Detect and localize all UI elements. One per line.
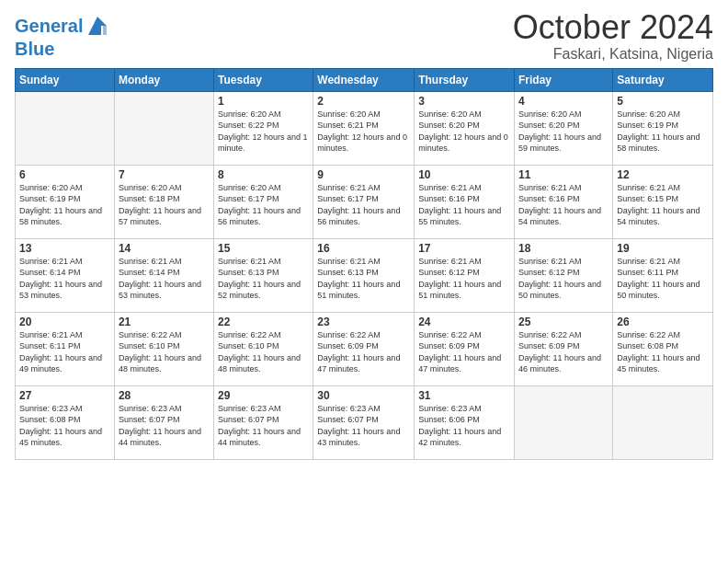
day-number: 30 <box>317 389 410 402</box>
calendar-week-2: 6Sunrise: 6:20 AMSunset: 6:19 PMDaylight… <box>16 165 713 238</box>
day-info: Sunrise: 6:22 AMSunset: 6:09 PMDaylight:… <box>317 329 410 375</box>
day-number: 12 <box>617 168 709 181</box>
day-number: 4 <box>518 95 609 108</box>
day-number: 16 <box>317 242 410 255</box>
location-title: Faskari, Katsina, Nigeria <box>513 46 713 63</box>
calendar-cell: 11Sunrise: 6:21 AMSunset: 6:16 PMDayligh… <box>515 165 613 238</box>
header: General Blue October 2024 Faskari, Katsi… <box>15 9 713 63</box>
day-info: Sunrise: 6:20 AMSunset: 6:17 PMDaylight:… <box>218 182 309 228</box>
calendar-cell <box>16 91 115 165</box>
day-info: Sunrise: 6:20 AMSunset: 6:21 PMDaylight:… <box>317 109 410 155</box>
day-number: 17 <box>418 242 510 255</box>
day-number: 14 <box>119 242 210 255</box>
day-number: 19 <box>617 242 709 255</box>
day-info: Sunrise: 6:22 AMSunset: 6:09 PMDaylight:… <box>518 329 609 375</box>
calendar-cell <box>114 91 213 165</box>
day-number: 9 <box>317 168 410 181</box>
calendar-cell: 6Sunrise: 6:20 AMSunset: 6:19 PMDaylight… <box>16 165 115 238</box>
calendar-cell <box>613 385 713 459</box>
day-info: Sunrise: 6:23 AMSunset: 6:08 PMDaylight:… <box>19 403 110 449</box>
calendar-cell: 24Sunrise: 6:22 AMSunset: 6:09 PMDayligh… <box>415 312 515 385</box>
calendar-cell: 18Sunrise: 6:21 AMSunset: 6:12 PMDayligh… <box>515 238 613 312</box>
day-number: 29 <box>218 389 309 402</box>
day-info: Sunrise: 6:21 AMSunset: 6:12 PMDaylight:… <box>418 256 510 302</box>
logo-icon <box>85 13 110 39</box>
day-number: 28 <box>119 389 210 402</box>
calendar-cell: 23Sunrise: 6:22 AMSunset: 6:09 PMDayligh… <box>313 312 415 385</box>
day-info: Sunrise: 6:21 AMSunset: 6:13 PMDaylight:… <box>317 256 410 302</box>
day-info: Sunrise: 6:21 AMSunset: 6:11 PMDaylight:… <box>617 256 709 302</box>
day-number: 25 <box>518 316 609 328</box>
day-number: 11 <box>518 168 609 181</box>
calendar-week-3: 13Sunrise: 6:21 AMSunset: 6:14 PMDayligh… <box>16 238 713 312</box>
day-header-saturday: Saturday <box>613 68 713 91</box>
calendar-cell: 25Sunrise: 6:22 AMSunset: 6:09 PMDayligh… <box>515 312 613 385</box>
day-info: Sunrise: 6:21 AMSunset: 6:16 PMDaylight:… <box>418 182 510 228</box>
day-number: 5 <box>617 95 709 108</box>
calendar-cell: 20Sunrise: 6:21 AMSunset: 6:11 PMDayligh… <box>16 312 115 385</box>
title-block: October 2024 Faskari, Katsina, Nigeria <box>513 9 713 63</box>
day-info: Sunrise: 6:20 AMSunset: 6:18 PMDaylight:… <box>119 182 210 228</box>
day-number: 20 <box>19 316 110 328</box>
day-info: Sunrise: 6:22 AMSunset: 6:08 PMDaylight:… <box>617 329 709 375</box>
day-info: Sunrise: 6:23 AMSunset: 6:06 PMDaylight:… <box>418 403 510 449</box>
calendar-cell: 8Sunrise: 6:20 AMSunset: 6:17 PMDaylight… <box>214 165 313 238</box>
calendar-cell: 21Sunrise: 6:22 AMSunset: 6:10 PMDayligh… <box>114 312 213 385</box>
calendar-cell: 10Sunrise: 6:21 AMSunset: 6:16 PMDayligh… <box>415 165 515 238</box>
calendar-cell: 17Sunrise: 6:21 AMSunset: 6:12 PMDayligh… <box>415 238 515 312</box>
day-info: Sunrise: 6:23 AMSunset: 6:07 PMDaylight:… <box>317 403 410 449</box>
day-info: Sunrise: 6:22 AMSunset: 6:10 PMDaylight:… <box>119 329 210 375</box>
day-number: 21 <box>119 316 210 328</box>
day-number: 1 <box>218 95 309 108</box>
day-info: Sunrise: 6:22 AMSunset: 6:10 PMDaylight:… <box>218 329 309 375</box>
day-header-friday: Friday <box>515 68 613 91</box>
day-number: 24 <box>418 316 510 328</box>
calendar-cell: 9Sunrise: 6:21 AMSunset: 6:17 PMDaylight… <box>313 165 415 238</box>
day-info: Sunrise: 6:21 AMSunset: 6:14 PMDaylight:… <box>19 256 110 302</box>
day-info: Sunrise: 6:23 AMSunset: 6:07 PMDaylight:… <box>119 403 210 449</box>
calendar-cell: 27Sunrise: 6:23 AMSunset: 6:08 PMDayligh… <box>16 385 115 459</box>
calendar-week-4: 20Sunrise: 6:21 AMSunset: 6:11 PMDayligh… <box>16 312 713 385</box>
calendar-week-1: 1Sunrise: 6:20 AMSunset: 6:22 PMDaylight… <box>16 91 713 165</box>
day-number: 31 <box>418 389 510 402</box>
calendar-cell: 16Sunrise: 6:21 AMSunset: 6:13 PMDayligh… <box>313 238 415 312</box>
day-number: 27 <box>19 389 110 402</box>
day-number: 2 <box>317 95 410 108</box>
calendar-week-5: 27Sunrise: 6:23 AMSunset: 6:08 PMDayligh… <box>16 385 713 459</box>
calendar-cell: 22Sunrise: 6:22 AMSunset: 6:10 PMDayligh… <box>214 312 313 385</box>
calendar-cell: 31Sunrise: 6:23 AMSunset: 6:06 PMDayligh… <box>415 385 515 459</box>
day-info: Sunrise: 6:21 AMSunset: 6:15 PMDaylight:… <box>617 182 709 228</box>
day-info: Sunrise: 6:21 AMSunset: 6:13 PMDaylight:… <box>218 256 309 302</box>
logo-blue: Blue <box>15 39 110 59</box>
calendar-cell <box>515 385 613 459</box>
day-number: 23 <box>317 316 410 328</box>
logo: General Blue <box>15 13 110 59</box>
day-info: Sunrise: 6:21 AMSunset: 6:11 PMDaylight:… <box>19 329 110 375</box>
calendar-cell: 28Sunrise: 6:23 AMSunset: 6:07 PMDayligh… <box>114 385 213 459</box>
day-info: Sunrise: 6:20 AMSunset: 6:22 PMDaylight:… <box>218 109 309 155</box>
calendar-cell: 26Sunrise: 6:22 AMSunset: 6:08 PMDayligh… <box>613 312 713 385</box>
calendar-cell: 1Sunrise: 6:20 AMSunset: 6:22 PMDaylight… <box>214 91 313 165</box>
day-number: 6 <box>19 168 110 181</box>
month-title: October 2024 <box>513 9 713 46</box>
calendar-cell: 2Sunrise: 6:20 AMSunset: 6:21 PMDaylight… <box>313 91 415 165</box>
day-info: Sunrise: 6:21 AMSunset: 6:17 PMDaylight:… <box>317 182 410 228</box>
day-header-sunday: Sunday <box>16 68 115 91</box>
day-number: 8 <box>218 168 309 181</box>
calendar-header-row: SundayMondayTuesdayWednesdayThursdayFrid… <box>16 68 713 91</box>
calendar-cell: 15Sunrise: 6:21 AMSunset: 6:13 PMDayligh… <box>214 238 313 312</box>
day-number: 22 <box>218 316 309 328</box>
day-info: Sunrise: 6:21 AMSunset: 6:12 PMDaylight:… <box>518 256 609 302</box>
calendar-cell: 7Sunrise: 6:20 AMSunset: 6:18 PMDaylight… <box>114 165 213 238</box>
day-number: 10 <box>418 168 510 181</box>
day-info: Sunrise: 6:21 AMSunset: 6:14 PMDaylight:… <box>119 256 210 302</box>
calendar-cell: 12Sunrise: 6:21 AMSunset: 6:15 PMDayligh… <box>613 165 713 238</box>
page: General Blue October 2024 Faskari, Katsi… <box>0 0 728 469</box>
day-info: Sunrise: 6:20 AMSunset: 6:19 PMDaylight:… <box>19 182 110 228</box>
calendar-cell: 3Sunrise: 6:20 AMSunset: 6:20 PMDaylight… <box>415 91 515 165</box>
calendar-cell: 30Sunrise: 6:23 AMSunset: 6:07 PMDayligh… <box>313 385 415 459</box>
day-header-tuesday: Tuesday <box>214 68 313 91</box>
logo-text: General <box>15 16 83 36</box>
day-number: 18 <box>518 242 609 255</box>
day-number: 26 <box>617 316 709 328</box>
